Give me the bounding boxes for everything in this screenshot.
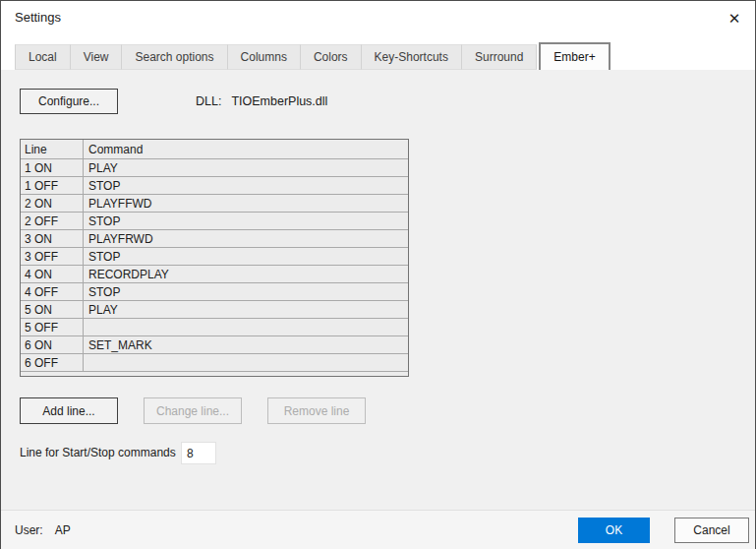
tab-surround[interactable]: Surround — [462, 44, 537, 70]
change-line-button[interactable]: Change line... — [144, 397, 242, 424]
settings-dialog: Settings ✕ LocalViewSearch optionsColumn… — [0, 0, 756, 549]
ok-button[interactable]: OK — [578, 518, 650, 543]
user-value: AP — [55, 523, 71, 537]
tab-columns[interactable]: Columns — [228, 44, 301, 70]
line-cell: 1 OFF — [21, 177, 84, 194]
command-cell: PLAY — [84, 159, 408, 176]
title-bar: Settings ✕ LocalViewSearch optionsColumn… — [1, 1, 755, 70]
user-line: User:AP — [15, 523, 71, 537]
table-row[interactable]: 6 OFF — [21, 353, 408, 371]
tab-colors[interactable]: Colors — [301, 44, 362, 70]
tab-ember-[interactable]: Ember+ — [539, 42, 610, 72]
command-cell: PLAY — [84, 301, 408, 318]
table-row[interactable]: 2 ONPLAYFFWD — [21, 194, 408, 212]
table-row[interactable]: 6 ONSET_MARK — [21, 336, 408, 353]
table-row[interactable]: 3 ONPLAYFRWD — [21, 229, 408, 247]
command-table-header: Line Command — [21, 140, 408, 158]
dll-line: DLL:TIOEmberPlus.dll — [196, 94, 327, 108]
command-table-body: 1 ONPLAY1 OFFSTOP2 ONPLAYFFWD2 OFFSTOP3 … — [21, 158, 408, 371]
column-header-line: Line — [21, 140, 84, 158]
table-row[interactable]: 5 ONPLAY — [21, 300, 408, 318]
add-line-button[interactable]: Add line... — [20, 397, 118, 424]
tab-strip: LocalViewSearch optionsColumnsColorsKey-… — [15, 44, 611, 70]
table-bottom-strip — [21, 371, 408, 376]
command-cell — [84, 319, 408, 336]
table-row[interactable]: 4 OFFSTOP — [21, 282, 408, 300]
user-label: User: — [15, 523, 43, 537]
remove-line-button[interactable]: Remove line — [267, 397, 366, 424]
tab-view[interactable]: View — [71, 44, 123, 70]
line-cell: 5 OFF — [21, 319, 84, 336]
tab-search-options[interactable]: Search options — [122, 44, 227, 70]
table-row[interactable]: 5 OFF — [21, 318, 408, 336]
line-cell: 5 ON — [21, 301, 84, 318]
configure-button[interactable]: Configure... — [20, 89, 118, 114]
line-cell: 6 ON — [21, 336, 84, 353]
dll-value: TIOEmberPlus.dll — [231, 94, 327, 108]
startstop-label: Line for Start/Stop commands — [20, 446, 176, 459]
table-row[interactable]: 4 ONRECORDPLAY — [21, 265, 408, 282]
column-header-command: Command — [84, 140, 408, 158]
line-cell: 2 ON — [21, 195, 84, 212]
line-cell: 1 ON — [21, 159, 84, 176]
command-cell — [84, 354, 408, 371]
line-cell: 4 OFF — [21, 283, 84, 300]
ember-tab-panel: Configure... DLL:TIOEmberPlus.dll Line C… — [1, 70, 755, 510]
command-cell: SET_MARK — [84, 336, 408, 353]
line-cell: 2 OFF — [21, 213, 84, 229]
line-cell: 6 OFF — [21, 354, 84, 371]
command-cell: STOP — [84, 283, 408, 300]
window-title: Settings — [15, 10, 61, 25]
command-cell: PLAYFRWD — [84, 230, 408, 247]
table-row[interactable]: 1 ONPLAY — [21, 158, 408, 176]
line-cell: 3 ON — [21, 230, 84, 247]
startstop-input[interactable] — [181, 442, 216, 464]
command-cell: STOP — [84, 213, 408, 229]
command-cell: PLAYFFWD — [84, 195, 408, 212]
command-table: Line Command 1 ONPLAY1 OFFSTOP2 ONPLAYFF… — [20, 139, 409, 377]
command-cell: STOP — [84, 248, 408, 265]
command-cell: RECORDPLAY — [84, 266, 408, 282]
table-row[interactable]: 2 OFFSTOP — [21, 212, 408, 229]
dll-label: DLL: — [196, 94, 221, 108]
tab-key-shortcuts[interactable]: Key-Shortcuts — [362, 44, 462, 70]
footer-bar: User:AP OK Cancel — [1, 511, 755, 549]
table-row[interactable]: 3 OFFSTOP — [21, 247, 408, 265]
line-cell: 3 OFF — [21, 248, 84, 265]
line-cell: 4 ON — [21, 266, 84, 282]
close-icon[interactable]: ✕ — [720, 5, 749, 32]
tab-local[interactable]: Local — [15, 44, 71, 70]
table-row[interactable]: 1 OFFSTOP — [21, 176, 408, 194]
command-cell: STOP — [84, 177, 408, 194]
cancel-button[interactable]: Cancel — [674, 518, 749, 543]
